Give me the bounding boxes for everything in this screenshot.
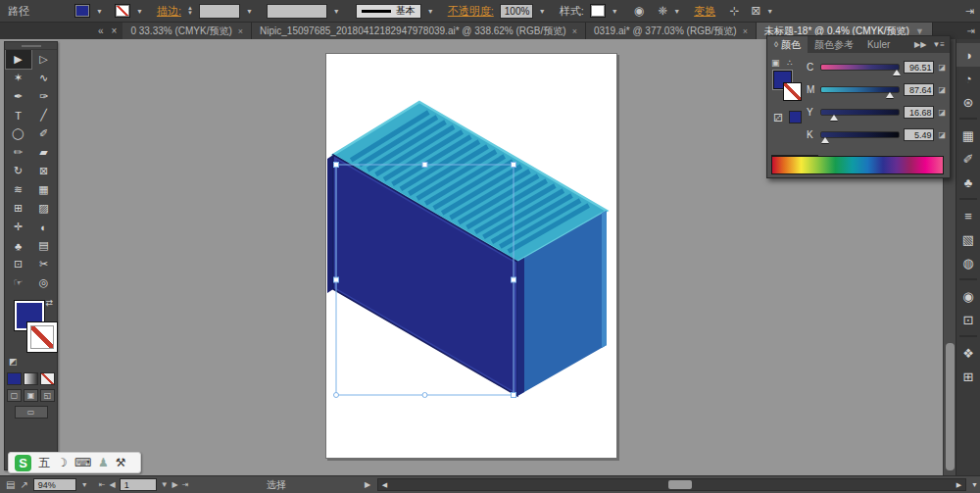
preferences-icon[interactable]: ❈	[658, 4, 667, 18]
out-of-web-cube-icon[interactable]: ⚂	[773, 112, 783, 124]
tool-type[interactable]: T	[6, 106, 31, 124]
next-artboard-icon[interactable]: ▶	[172, 480, 178, 489]
slider-value-C[interactable]: 96.51	[904, 61, 934, 74]
style-swatch[interactable]	[590, 4, 606, 18]
transform-link[interactable]: 变换	[694, 4, 715, 19]
tab-1-close-icon[interactable]: ×	[238, 26, 243, 36]
document-tab-1[interactable]: 0 33.33% (CMYK/预览) ×	[122, 23, 252, 39]
tool-shape-builder[interactable]: ▦	[31, 180, 57, 199]
tool-graph[interactable]: ▤	[31, 236, 57, 255]
tool-zoom[interactable]: ◎	[31, 273, 57, 292]
draw-normal-button[interactable]: ▢	[7, 389, 22, 402]
grayscale-icon[interactable]: ▣	[771, 58, 780, 68]
toolbar-stroke-swatch[interactable]	[26, 321, 58, 353]
horizontal-scroll-track[interactable]	[391, 479, 953, 490]
slider-track-Y[interactable]	[820, 109, 900, 116]
launch-bridge-icon[interactable]: ↗	[20, 479, 27, 490]
dock-links-icon[interactable]: ⊡	[956, 308, 980, 331]
invert-icon[interactable]: ∴	[787, 58, 793, 68]
document-tab-2[interactable]: Nipic_15097685_20180412182947978039.ai* …	[252, 23, 586, 39]
style-dropdown-icon[interactable]: ▼	[612, 8, 618, 15]
artboard-number-field[interactable]: 1	[120, 478, 157, 491]
fill-dropdown-icon[interactable]: ▼	[96, 8, 103, 15]
color-spectrum-bar[interactable]	[771, 156, 944, 174]
zoom-dropdown-icon[interactable]: ▼	[81, 481, 88, 488]
tool-hand[interactable]: ☞	[6, 273, 31, 292]
tool-rotate[interactable]: ↻	[6, 162, 31, 180]
dock-artboards-icon[interactable]: ⊞	[956, 365, 980, 388]
opacity-field[interactable]: 100%	[500, 4, 533, 19]
tool-lasso[interactable]: ∿	[31, 69, 57, 87]
artboard-dropdown-icon[interactable]: ▼	[161, 480, 169, 489]
horizontal-scrollbar-thumb[interactable]	[668, 480, 692, 489]
draw-inside-button[interactable]: ◱	[40, 389, 55, 402]
isolate-dropdown-icon[interactable]: ▼	[766, 8, 773, 15]
tool-artboard[interactable]: ⊡	[6, 255, 31, 273]
tool-direct-selection[interactable]: ▷	[31, 50, 57, 69]
horizontal-scrollbar[interactable]: ◀ ▶	[377, 478, 966, 491]
tool-line-segment[interactable]: ╱	[31, 106, 57, 124]
person-icon[interactable]: ♟	[98, 456, 109, 469]
tool-symbol-sprayer[interactable]: ♣	[6, 236, 31, 255]
prev-artboard-icon[interactable]: ◀	[109, 480, 115, 489]
dock-layers-icon[interactable]: ❖	[956, 341, 980, 365]
stroke-weight-stepper[interactable]: ▲▼	[187, 6, 193, 16]
tool-pen[interactable]: ✒	[6, 87, 31, 106]
tool-free-transform[interactable]: ⊠	[31, 162, 57, 180]
stroke-panel-link[interactable]: 描边:	[157, 4, 181, 19]
tab-bar-end-icon[interactable]: ⇥	[962, 23, 980, 39]
slider-handle-C[interactable]	[893, 70, 901, 75]
isolate-icon[interactable]: ⊠	[751, 4, 760, 18]
zoom-level-field[interactable]: 94%	[33, 478, 76, 491]
dock-color-icon[interactable]: ◑	[956, 43, 980, 67]
slider-value-Y[interactable]: 16.68	[904, 106, 934, 119]
tab-4-menu-icon[interactable]: ▼	[915, 26, 924, 36]
slider-value-M[interactable]: 87.64	[904, 83, 934, 96]
first-artboard-icon[interactable]: ⇤	[99, 480, 106, 489]
preferences-dropdown-icon[interactable]: ▼	[673, 8, 680, 15]
tab-kuler[interactable]: Kuler	[860, 36, 897, 53]
keyboard-icon[interactable]: ⌨	[74, 456, 91, 469]
dock-color-guide-icon[interactable]: ◔	[956, 67, 980, 90]
dock-stroke-icon[interactable]: ≡	[956, 204, 980, 227]
artboard[interactable]	[325, 53, 617, 459]
slider-handle-M[interactable]	[886, 92, 894, 98]
tab-color-guide[interactable]: 颜色参考	[808, 36, 860, 53]
tool-pencil[interactable]: ✏	[6, 143, 31, 162]
tool-selection[interactable]: ▶	[6, 50, 31, 69]
none-mode-button[interactable]	[40, 372, 55, 385]
tool-slice[interactable]: ✂	[31, 255, 57, 273]
corner-resize-icon[interactable]: ▼	[971, 481, 978, 488]
align-icon[interactable]: ⊹	[729, 4, 739, 18]
moon-icon[interactable]: ☽	[57, 456, 68, 469]
panel-menu-icon[interactable]: ▼≡	[932, 40, 945, 49]
tool-eyedropper[interactable]: ✛	[6, 218, 31, 236]
sogou-logo[interactable]: S	[15, 455, 31, 471]
default-fill-stroke-icon[interactable]: ◩	[9, 357, 18, 367]
recolor-artwork-icon[interactable]: ◉	[634, 4, 644, 18]
panel-stroke-swatch[interactable]	[783, 82, 802, 101]
tab-color[interactable]: ◊ 颜色	[767, 36, 808, 53]
doc-profile-icon[interactable]: ▤	[6, 479, 15, 490]
draw-behind-button[interactable]: ▣	[24, 389, 38, 402]
dock-appearance-icon[interactable]: ⊛	[956, 90, 980, 114]
tool-eraser[interactable]: ▰	[31, 143, 57, 162]
tab-scroll-left-icon[interactable]: «	[98, 25, 104, 36]
dock-gradient-icon[interactable]: ▧	[956, 227, 980, 251]
slider-track-C[interactable]	[820, 64, 900, 71]
tools-panel-grip[interactable]	[5, 42, 57, 50]
sogou-input-bar[interactable]: S 五 ☽ ⌨ ♟ ⚒	[8, 452, 141, 473]
brush-definition-combo[interactable]: 基本	[356, 4, 421, 19]
tool-paintbrush[interactable]: ✐	[31, 124, 57, 143]
scroll-left-icon[interactable]: ◀	[378, 481, 391, 489]
slider-track-K[interactable]	[820, 131, 900, 138]
tab-2-close-icon[interactable]: ×	[572, 26, 577, 36]
width-profile-field[interactable]	[267, 4, 327, 19]
width-profile-dropdown-icon[interactable]: ▼	[333, 8, 340, 15]
stroke-dropdown-icon[interactable]: ▼	[136, 8, 143, 15]
tool-curvature[interactable]: ✑	[31, 87, 57, 106]
dock-brushes-icon[interactable]: ✐	[956, 147, 980, 171]
tool-width[interactable]: ≋	[6, 180, 31, 199]
tab-close-icon[interactable]: ×	[112, 25, 118, 36]
input-mode-label[interactable]: 五	[38, 455, 50, 471]
